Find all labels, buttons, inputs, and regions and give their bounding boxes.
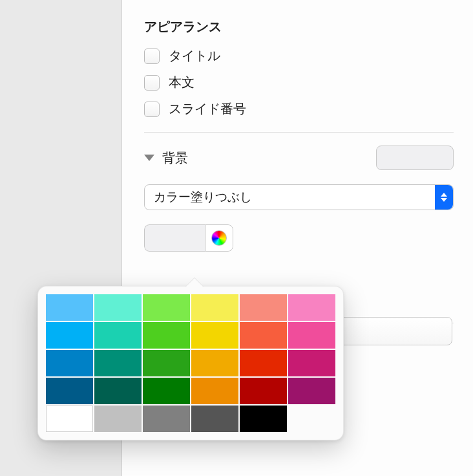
color-swatch[interactable] — [143, 294, 190, 321]
color-swatch[interactable] — [143, 406, 190, 432]
title-checkbox-label: タイトル — [169, 47, 220, 65]
color-swatch[interactable] — [143, 322, 190, 349]
color-swatch[interactable] — [46, 378, 93, 404]
appearance-row-title: タイトル — [144, 47, 454, 65]
color-swatch[interactable] — [240, 322, 287, 349]
color-swatch[interactable] — [46, 350, 93, 376]
color-wheel-icon — [211, 230, 227, 246]
slide-number-checkbox-label: スライド番号 — [169, 100, 246, 118]
color-swatch[interactable] — [143, 378, 190, 404]
color-swatch[interactable] — [240, 406, 287, 432]
body-checkbox-label: 本文 — [169, 74, 194, 91]
section-divider — [144, 132, 454, 133]
color-swatch[interactable] — [240, 350, 287, 376]
slide-number-checkbox[interactable] — [144, 102, 160, 117]
color-swatch[interactable] — [191, 350, 238, 376]
color-swatch-grid — [46, 294, 335, 432]
color-swatch[interactable] — [288, 322, 335, 349]
color-swatch[interactable] — [191, 378, 238, 404]
fill-color-swatch-button[interactable] — [144, 224, 205, 252]
color-wheel-button[interactable] — [205, 224, 233, 252]
appearance-section-title: アピアランス — [144, 18, 454, 36]
appearance-row-slidenumber: スライド番号 — [144, 100, 454, 118]
color-swatch[interactable] — [288, 378, 335, 404]
color-swatch[interactable] — [46, 294, 93, 321]
color-swatch[interactable] — [240, 378, 287, 404]
background-color-well[interactable] — [376, 146, 454, 170]
updown-arrows-icon — [435, 185, 453, 210]
fill-color-combo — [144, 224, 233, 252]
background-section-header: 背景 — [144, 146, 454, 170]
fill-type-select[interactable]: カラー塗りつぶし — [144, 184, 454, 210]
color-swatch[interactable] — [94, 406, 142, 432]
color-swatch[interactable] — [94, 350, 142, 376]
color-palette-popover — [37, 286, 344, 440]
color-swatch[interactable] — [143, 350, 190, 376]
title-checkbox[interactable] — [144, 49, 160, 64]
color-swatch[interactable] — [94, 294, 142, 321]
color-swatch[interactable] — [46, 322, 93, 349]
fill-type-select-label: カラー塗りつぶし — [154, 189, 252, 206]
background-header-left: 背景 — [144, 149, 188, 167]
color-swatch[interactable] — [288, 294, 335, 321]
appearance-row-body: 本文 — [144, 74, 454, 91]
body-checkbox[interactable] — [144, 75, 160, 91]
color-swatch[interactable] — [191, 406, 238, 432]
background-section-label: 背景 — [162, 149, 188, 167]
color-swatch[interactable] — [94, 322, 142, 349]
color-swatch[interactable] — [191, 322, 238, 349]
color-swatch[interactable] — [288, 350, 335, 376]
color-swatch[interactable] — [94, 378, 142, 404]
color-swatch[interactable] — [240, 294, 287, 321]
color-swatch[interactable] — [191, 294, 238, 321]
disclosure-triangle-icon[interactable] — [144, 155, 154, 161]
color-swatch[interactable] — [46, 406, 93, 432]
